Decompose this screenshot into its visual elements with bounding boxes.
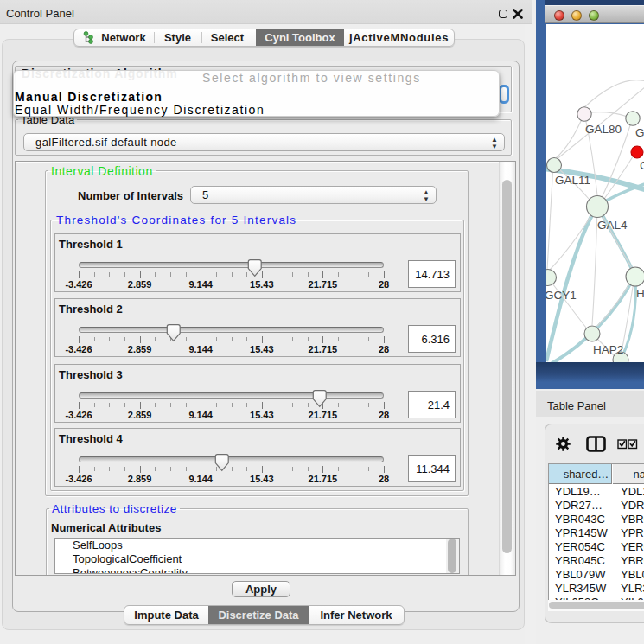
svg-text:H: H [636, 287, 644, 300]
svg-text:GAL80: GAL80 [585, 123, 622, 136]
svg-text:HAP2: HAP2 [593, 343, 623, 356]
svg-text:GAL11: GAL11 [555, 174, 590, 187]
svg-text:GCY1: GCY1 [546, 289, 577, 302]
svg-text:C: C [640, 159, 644, 172]
svg-text:GA: GA [635, 126, 644, 139]
svg-text:GAL4: GAL4 [597, 219, 628, 232]
